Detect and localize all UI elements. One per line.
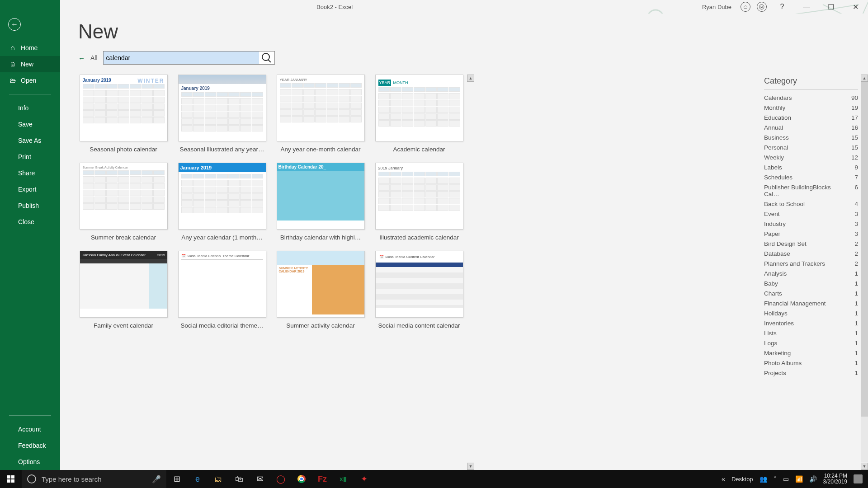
wifi-icon[interactable]: 📶 <box>795 475 803 483</box>
template-card[interactable]: 2019 JanuaryIllustrated academic calenda… <box>374 163 464 241</box>
feedback-frown-icon[interactable]: ☹ <box>757 2 767 12</box>
action-center-icon[interactable] <box>854 474 863 483</box>
template-card[interactable]: January 2019 WINTERSeasonal photo calend… <box>78 75 169 153</box>
template-card[interactable]: Birthday Calendar 20_Birthday calendar w… <box>275 163 366 241</box>
tray-clock[interactable]: 10:24 PM 3/20/2019 <box>823 473 847 485</box>
template-card[interactable]: January 2019Any year calendar (1 month… <box>177 163 267 241</box>
category-item[interactable]: Back to School4 <box>764 199 858 209</box>
sidebar-item-home[interactable]: Home <box>0 40 60 56</box>
category-item[interactable]: Schedules7 <box>764 172 858 182</box>
category-item[interactable]: Database2 <box>764 249 858 258</box>
minimize-button[interactable]: — <box>797 1 816 13</box>
sidebar-item-info[interactable]: Info <box>0 100 60 116</box>
microphone-icon[interactable]: 🎤 <box>152 475 161 483</box>
category-item[interactable]: Planners and Trackers2 <box>764 258 858 268</box>
category-item[interactable]: Bird Design Set2 <box>764 239 858 249</box>
template-card[interactable]: YEAR MONTHAcademic calendar <box>374 75 464 153</box>
category-item[interactable]: Business15 <box>764 132 858 142</box>
template-card[interactable]: 📅 Social Media Editorial Theme CalendarS… <box>177 251 267 329</box>
scroll-up-icon[interactable]: ▲ <box>861 75 868 82</box>
category-item[interactable]: Logs1 <box>764 338 858 348</box>
category-item[interactable]: Labels9 <box>764 162 858 172</box>
back-button[interactable]: ← <box>8 18 21 31</box>
start-button[interactable] <box>0 470 22 488</box>
search-button[interactable] <box>259 52 274 64</box>
category-item[interactable]: Monthly19 <box>764 103 858 113</box>
feedback-smile-icon[interactable]: ☺ <box>741 2 750 12</box>
show-hidden-icons[interactable]: « <box>722 475 725 483</box>
edge-icon[interactable]: e <box>187 470 208 488</box>
sidebar-item-account[interactable]: Account <box>0 421 60 437</box>
help-button[interactable]: ? <box>773 1 791 13</box>
vivaldi-icon[interactable]: ◯ <box>270 470 291 488</box>
sidebar-item-share[interactable]: Share <box>0 165 60 181</box>
scroll-track[interactable] <box>861 82 868 462</box>
scroll-thumb[interactable] <box>861 82 868 417</box>
category-item[interactable]: Lists1 <box>764 328 858 338</box>
volume-icon[interactable]: 🔊 <box>809 475 817 483</box>
taskbar-search[interactable]: Type here to search 🎤 <box>22 470 166 488</box>
search-input[interactable] <box>104 52 259 64</box>
category-item[interactable]: Weekly12 <box>764 152 858 162</box>
people-icon[interactable]: 👥 <box>760 475 767 483</box>
close-button[interactable]: ✕ <box>846 1 864 13</box>
category-item[interactable]: Baby1 <box>764 278 858 288</box>
template-card[interactable]: Summer Break Activity CalendarSummer bre… <box>78 163 169 241</box>
grid-scroll-down[interactable]: ▼ <box>467 463 474 470</box>
category-item[interactable]: Education17 <box>764 113 858 122</box>
filezilla-icon[interactable]: Fz <box>312 470 333 488</box>
chrome-icon[interactable] <box>291 470 312 488</box>
sidebar-item-publish[interactable]: Publish <box>0 197 60 214</box>
category-item[interactable]: Event3 <box>764 209 858 219</box>
category-item[interactable]: Calendars90 <box>764 93 858 103</box>
template-card[interactable]: SUMMER ACTIVITY CALENDAR 2019Summer acti… <box>275 251 366 329</box>
microsoft-store-icon[interactable]: 🛍 <box>229 470 250 488</box>
excel-icon[interactable]: x▮ <box>333 470 354 488</box>
category-item[interactable]: Marketing1 <box>764 348 858 358</box>
sidebar-item-feedback[interactable]: Feedback <box>0 437 60 454</box>
template-card[interactable]: YEAR JANUARYAny year one-month calendar <box>275 75 366 153</box>
category-item[interactable]: Paper3 <box>764 229 858 239</box>
battery-icon[interactable]: ▭ <box>783 475 789 483</box>
sidebar-item-save-as[interactable]: Save As <box>0 132 60 149</box>
taskbar-search-placeholder: Type here to search <box>42 475 146 483</box>
category-scrollbar[interactable]: ▲ ▼ <box>861 75 868 470</box>
category-item[interactable]: Financial Management1 <box>764 298 858 308</box>
mail-icon[interactable]: ✉ <box>250 470 270 488</box>
sidebar-item-close[interactable]: Close <box>0 214 60 230</box>
template-search-box <box>103 51 275 65</box>
category-item[interactable]: Holidays1 <box>764 308 858 318</box>
task-view-button[interactable]: ⊞ <box>166 470 187 488</box>
category-item[interactable]: Publisher BuildingBlocks Cal…6 <box>764 182 858 199</box>
category-name: Event <box>764 211 780 217</box>
grid-scroll-up[interactable]: ▲ <box>467 75 474 82</box>
category-item[interactable]: Photo Albums1 <box>764 358 858 368</box>
sidebar-item-save[interactable]: Save <box>0 116 60 132</box>
chevron-up-icon[interactable]: ˄ <box>774 475 777 483</box>
app-icon[interactable]: ✦ <box>354 470 374 488</box>
file-explorer-icon[interactable]: 🗂 <box>208 470 229 488</box>
search-scope-all[interactable]: All <box>90 54 98 61</box>
category-item[interactable]: Projects1 <box>764 368 858 378</box>
sidebar-item-print[interactable]: Print <box>0 149 60 165</box>
category-name: Back to School <box>764 201 805 207</box>
tray-desktop-label[interactable]: Desktop <box>731 476 753 483</box>
scroll-down-icon[interactable]: ▼ <box>861 463 868 470</box>
user-name[interactable]: Ryan Dube <box>702 4 731 10</box>
category-item[interactable]: Annual16 <box>764 122 858 132</box>
category-item[interactable]: Personal15 <box>764 142 858 152</box>
maximize-button[interactable]: ☐ <box>822 1 840 13</box>
category-item[interactable]: Inventories1 <box>764 318 858 328</box>
search-back-icon[interactable]: ← <box>78 54 85 62</box>
template-card[interactable]: Hansson Family Annual Event Calendar 201… <box>78 251 169 329</box>
sidebar-item-open[interactable]: Open <box>0 72 60 89</box>
sidebar-item-options[interactable]: Options <box>0 454 60 470</box>
category-item[interactable]: Industry3 <box>764 219 858 229</box>
template-card[interactable]: January 2019Seasonal illustrated any yea… <box>177 75 267 153</box>
category-item[interactable]: Analysis1 <box>764 268 858 278</box>
sidebar-item-export[interactable]: Export <box>0 181 60 197</box>
template-card[interactable]: 📅 Social Media Content CalendarSocial me… <box>374 251 464 329</box>
category-item[interactable]: Charts1 <box>764 288 858 298</box>
sidebar-item-new[interactable]: New <box>0 56 60 72</box>
system-tray: « Desktop 👥 ˄ ▭ 📶 🔊 10:24 PM 3/20/2019 <box>722 473 868 485</box>
